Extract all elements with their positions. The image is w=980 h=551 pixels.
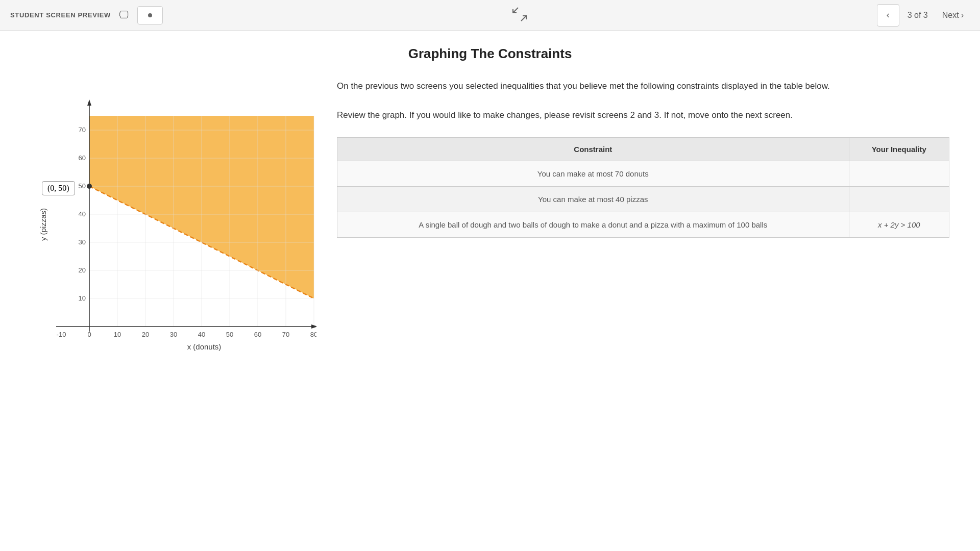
- x-tick-labels: -10 0 10 20 30 40 50 60 70 80: [57, 331, 316, 338]
- header-left: STUDENT SCREEN PREVIEW 🖵: [10, 6, 163, 24]
- svg-text:50: 50: [226, 331, 233, 338]
- compress-icon: [512, 7, 527, 22]
- svg-text:30: 30: [170, 331, 177, 338]
- y-axis-arrow: [87, 99, 91, 106]
- dot-button[interactable]: [137, 6, 163, 24]
- svg-text:80: 80: [310, 331, 316, 338]
- svg-text:70: 70: [79, 126, 86, 134]
- col2-header: Your Inequality: [849, 138, 949, 161]
- inequality-cell-3: x + 2y > 100: [849, 212, 949, 238]
- constraints-table: Constraint Your Inequality You can make …: [337, 137, 949, 238]
- svg-text:0: 0: [87, 331, 91, 338]
- table-row: You can make at most 70 donuts: [337, 161, 949, 187]
- inequality-cell-2: [849, 187, 949, 212]
- svg-line-0: [513, 8, 518, 13]
- svg-text:40: 40: [79, 210, 86, 218]
- point-0-50: [87, 184, 92, 189]
- svg-text:20: 20: [142, 331, 149, 338]
- next-label: Next: [942, 11, 959, 20]
- page-indicator: 3 of 3: [903, 11, 932, 20]
- main-content: Graphing The Constraints: [0, 31, 980, 551]
- monitor-icon: 🖵: [119, 9, 129, 21]
- prev-button[interactable]: ‹: [877, 4, 899, 27]
- y-tick-labels: 10 20 30 40 50 60 70: [79, 126, 86, 302]
- next-chevron-icon: ›: [961, 11, 964, 20]
- page-title: Graphing The Constraints: [31, 46, 949, 62]
- svg-text:30: 30: [79, 238, 86, 246]
- student-preview-label: STUDENT SCREEN PREVIEW: [10, 11, 111, 19]
- svg-text:60: 60: [79, 154, 86, 162]
- y-axis-label: y (pizzas): [39, 208, 47, 241]
- col1-header: Constraint: [337, 138, 849, 161]
- header-right: ‹ 3 of 3 Next ›: [877, 4, 970, 27]
- table-row: You can make at most 40 pizzas: [337, 187, 949, 212]
- svg-text:70: 70: [282, 331, 289, 338]
- svg-text:20: 20: [79, 266, 86, 274]
- compress-icon-wrapper[interactable]: [512, 7, 527, 24]
- x-axis-label: x (donuts): [187, 342, 222, 351]
- constraint-cell-2: You can make at most 40 pizzas: [337, 187, 849, 212]
- svg-line-1: [521, 16, 526, 21]
- description-text-1: On the previous two screens you selected…: [337, 79, 949, 93]
- next-button[interactable]: Next ›: [936, 7, 970, 24]
- right-panel: On the previous two screens you selected…: [337, 74, 949, 238]
- svg-text:10: 10: [79, 294, 86, 302]
- svg-text:10: 10: [114, 331, 121, 338]
- graph-svg: -10 0 10 20 30 40 50 60 70 80 10 20 30 4…: [31, 74, 316, 355]
- constraint-cell-1: You can make at most 70 donuts: [337, 161, 849, 187]
- content-area: -10 0 10 20 30 40 50 60 70 80 10 20 30 4…: [31, 74, 949, 355]
- constraint-cell-3: A single ball of dough and two balls of …: [337, 212, 849, 238]
- svg-text:60: 60: [254, 331, 261, 338]
- svg-text:-10: -10: [57, 331, 66, 338]
- description-text-2: Review the graph. If you would like to m…: [337, 108, 949, 122]
- svg-text:40: 40: [198, 331, 205, 338]
- graph-container: -10 0 10 20 30 40 50 60 70 80 10 20 30 4…: [31, 74, 316, 355]
- table-row: A single ball of dough and two balls of …: [337, 212, 949, 238]
- point-tooltip: (0, 50): [42, 181, 75, 195]
- header: STUDENT SCREEN PREVIEW 🖵 ‹ 3 of 3 Next ›: [0, 0, 980, 31]
- dot-icon: [148, 13, 152, 17]
- inequality-cell-1: [849, 161, 949, 187]
- svg-text:50: 50: [79, 182, 86, 190]
